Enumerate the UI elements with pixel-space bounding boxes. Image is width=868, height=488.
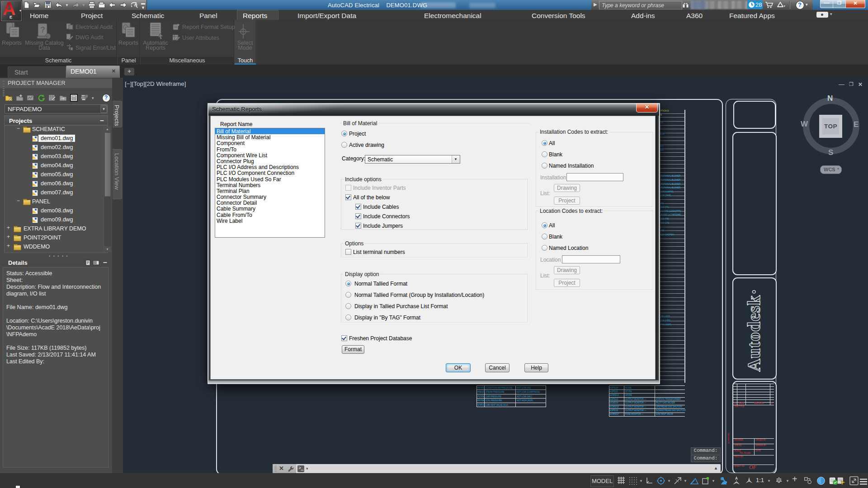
svg-text:?: ? — [40, 25, 45, 34]
svg-text:▾: ▾ — [783, 4, 785, 8]
